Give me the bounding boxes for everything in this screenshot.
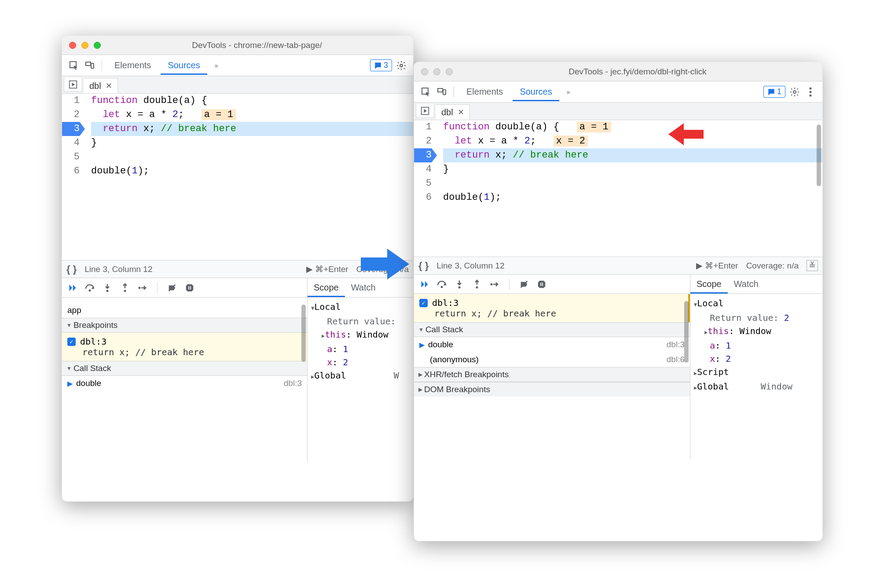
scrollbar-thumb[interactable] <box>684 301 689 363</box>
feedback-badge[interactable]: 3 <box>370 59 392 71</box>
tab-watch[interactable]: Watch <box>728 275 765 294</box>
tab-sources[interactable]: Sources <box>513 82 559 101</box>
scope-content[interactable]: ▼Local Return value: 2 ▶this: Window a: … <box>690 294 822 459</box>
tab-elements[interactable]: Elements <box>107 56 158 75</box>
step-icon[interactable] <box>137 282 148 294</box>
device-toggle-icon[interactable] <box>435 85 448 99</box>
breakpoint-code: return x; // break here <box>67 347 302 357</box>
pretty-print-icon[interactable]: { } <box>66 264 77 275</box>
svg-point-19 <box>441 286 443 288</box>
inline-value-a: a = 1 <box>202 109 236 120</box>
resume-icon[interactable] <box>418 279 430 290</box>
svg-rect-9 <box>188 286 189 289</box>
inspect-element-icon[interactable] <box>67 59 81 72</box>
kebab-menu-icon[interactable] <box>804 85 817 99</box>
current-frame-icon: ▶ <box>419 341 425 349</box>
debug-left-panel: ✓ dbl:3 return x; // break here ▼Call St… <box>414 275 690 459</box>
feedback-count: 3 <box>384 61 388 70</box>
svg-point-15 <box>810 87 812 89</box>
zoom-window-button[interactable] <box>94 42 101 49</box>
main-toolbar: Elements Sources » 3 <box>62 55 413 76</box>
breakpoint-checkbox[interactable]: ✓ <box>419 299 428 307</box>
step-out-icon[interactable] <box>119 282 131 294</box>
svg-point-3 <box>400 64 403 67</box>
breakpoint-checkbox[interactable]: ✓ <box>67 338 76 346</box>
more-tabs-icon[interactable]: » <box>210 59 223 72</box>
expand-icon[interactable]: ≚ <box>807 260 818 271</box>
breakpoint-item[interactable]: ✓ dbl:3 return x; // break here <box>414 294 690 322</box>
close-window-button[interactable] <box>421 68 428 75</box>
zoom-window-button[interactable] <box>446 68 453 75</box>
inspect-element-icon[interactable] <box>419 85 433 99</box>
breakpoint-item[interactable]: ✓ dbl:3 return x; // break here <box>62 333 307 361</box>
code-editor[interactable]: 1 2 3 4 5 6 function double(a) { let x =… <box>62 94 413 186</box>
xhr-breakpoints-section[interactable]: ▶XHR/fetch Breakpoints <box>414 367 690 382</box>
callstack-item-double[interactable]: ▶ double dbl:3 <box>414 337 690 352</box>
resume-icon[interactable] <box>66 282 78 294</box>
tab-scope[interactable]: Scope <box>690 275 728 294</box>
divider <box>102 60 102 71</box>
step-over-icon[interactable] <box>436 279 447 290</box>
tab-elements[interactable]: Elements <box>459 82 510 101</box>
scope-content[interactable]: ▼Local Return value: ▶this: Window a: 1 … <box>308 298 413 463</box>
close-icon[interactable]: ✕ <box>106 81 112 91</box>
code-lines[interactable]: function double(a) { a = 1 let x = a * 2… <box>436 120 822 257</box>
close-window-button[interactable] <box>69 42 76 49</box>
callstack-section[interactable]: ▼Call Stack <box>414 322 690 337</box>
pause-exceptions-icon[interactable] <box>536 279 547 290</box>
pause-exceptions-icon[interactable] <box>184 282 195 294</box>
breakpoint-code: return x; // break here <box>419 308 683 319</box>
breakpoint-label: dbl:3 <box>80 336 106 347</box>
device-toggle-icon[interactable] <box>83 59 96 72</box>
step-into-icon[interactable] <box>454 279 465 290</box>
truncated-item[interactable] <box>62 298 307 303</box>
tab-scope[interactable]: Scope <box>308 278 345 297</box>
svg-rect-10 <box>190 286 191 289</box>
file-tab-label: dbl <box>441 107 453 118</box>
deactivate-breakpoints-icon[interactable] <box>166 282 178 294</box>
scrollbar-thumb[interactable] <box>301 305 306 362</box>
cursor-position: Line 3, Column 12 <box>84 265 152 274</box>
file-tab-dbl[interactable]: dbl ✕ <box>84 78 118 93</box>
settings-icon[interactable] <box>788 85 801 99</box>
coverage-status: Coverage: n/a <box>746 261 799 271</box>
callstack-section[interactable]: ▼Call Stack <box>62 361 307 376</box>
breakpoint-label: dbl:3 <box>432 298 458 308</box>
step-into-icon[interactable] <box>102 282 113 294</box>
titlebar[interactable]: DevTools - jec.fyi/demo/dbl-right-click <box>414 62 822 81</box>
scope-watch-panel: Scope Watch ▼Local Return value: ▶this: … <box>308 278 413 463</box>
dom-breakpoints-section[interactable]: ▶DOM Breakpoints <box>414 382 690 397</box>
breakpoints-section[interactable]: ▼Breakpoints <box>62 318 307 333</box>
sidebar-item-app[interactable]: app <box>62 303 307 318</box>
svg-rect-13 <box>443 90 446 95</box>
gutter[interactable]: 1 2 3 4 5 6 <box>414 120 436 257</box>
step-icon[interactable] <box>489 279 500 290</box>
code-editor[interactable]: 1 2 3 4 5 6 function double(a) { a = 1 l… <box>414 120 822 257</box>
gutter[interactable]: 1 2 3 4 5 6 <box>62 94 84 186</box>
feedback-badge[interactable]: 1 <box>763 86 785 98</box>
debug-controls <box>414 275 690 294</box>
scrollbar-thumb[interactable] <box>817 125 821 186</box>
tab-sources[interactable]: Sources <box>161 56 207 75</box>
right-tabs: Scope Watch <box>690 275 822 294</box>
callstack-item-anonymous[interactable]: (anonymous) dbl:6 <box>414 352 690 367</box>
step-over-icon[interactable] <box>84 282 95 294</box>
minimize-window-button[interactable] <box>81 42 88 49</box>
file-tab-dbl[interactable]: dbl ✕ <box>436 104 470 120</box>
close-icon[interactable]: ✕ <box>458 107 464 117</box>
callstack-item-double[interactable]: ▶ double dbl:3 <box>62 376 307 391</box>
deactivate-breakpoints-icon[interactable] <box>518 279 530 290</box>
minimize-window-button[interactable] <box>433 68 440 75</box>
blue-transition-arrow <box>361 246 409 282</box>
code-lines[interactable]: function double(a) { let x = a * 2; a = … <box>84 94 413 186</box>
red-callout-arrow <box>668 121 704 147</box>
titlebar[interactable]: DevTools - chrome://new-tab-page/ <box>62 36 413 55</box>
snippet-run-icon[interactable] <box>416 104 434 118</box>
svg-point-6 <box>106 290 109 292</box>
settings-icon[interactable] <box>395 59 408 72</box>
debugger-pane: ✓ dbl:3 return x; // break here ▼Call St… <box>414 274 822 459</box>
pretty-print-icon[interactable]: { } <box>418 260 429 272</box>
snippet-run-icon[interactable] <box>64 78 82 92</box>
more-tabs-icon[interactable]: » <box>562 85 575 99</box>
step-out-icon[interactable] <box>471 279 483 290</box>
